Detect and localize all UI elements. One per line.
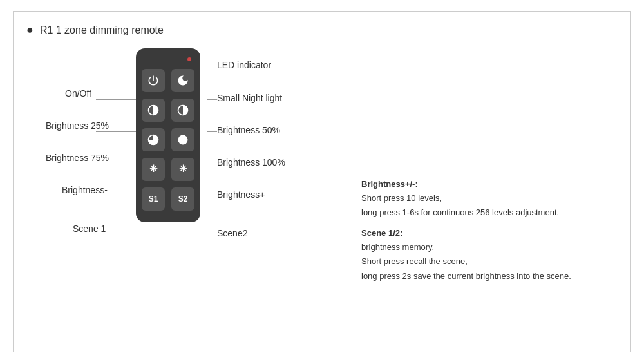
label-onoff: On/Off <box>65 88 91 99</box>
scene-line3: long press 2s save the current brightnes… <box>361 269 618 283</box>
label-night: Small Night light <box>217 93 282 103</box>
line-b75 <box>96 164 136 164</box>
btn-scene1-label: S1 <box>149 195 158 204</box>
scene-title: Scene 1/2: <box>361 226 618 240</box>
outer-box: ● R1 1 zone dimming remote <box>13 11 631 352</box>
page-title: ● R1 1 zone dimming remote <box>26 23 618 37</box>
btn-scene1[interactable]: S1 <box>142 187 165 211</box>
brightness-title: Brightness+/-: <box>361 177 618 191</box>
btn-brightness-75[interactable] <box>142 128 165 151</box>
label-scene2: Scene2 <box>217 228 247 238</box>
content-area: ✳ ✳ S1 S2 <box>26 48 618 333</box>
row-scene: S1 S2 <box>142 187 194 211</box>
row-onoff <box>142 69 194 92</box>
label-brightness-minus-text: Brightness- <box>62 185 108 195</box>
line-scene1 <box>96 235 136 235</box>
label-brightness-25: Brightness 25% <box>46 120 109 131</box>
label-scene2-text: Scene2 <box>217 228 247 238</box>
label-b50-text: Brightness 50% <box>217 125 280 135</box>
label-led-text: LED indicator <box>217 60 271 70</box>
brightness-line1: Short press 10 levels, <box>361 191 618 206</box>
btn-brightness-100[interactable] <box>171 128 194 151</box>
label-b50: Brightness 50% <box>217 125 280 135</box>
title-text: R1 1 zone dimming remote <box>40 24 164 36</box>
svg-text:✳: ✳ <box>149 163 158 174</box>
row-brightness-75-100 <box>142 128 194 151</box>
btn-scene2-label: S2 <box>178 195 188 204</box>
line-night <box>207 99 217 100</box>
scene-line2: Short press recall the scene, <box>361 254 618 269</box>
remote-body: ✳ ✳ S1 S2 <box>136 48 200 222</box>
btn-brightness-plus[interactable]: ✳ <box>171 158 194 181</box>
btn-onoff[interactable] <box>142 69 165 92</box>
label-brightness-75-text: Brightness 75% <box>46 153 109 163</box>
label-scene1: Scene 1 <box>73 224 106 234</box>
label-night-text: Small Night light <box>217 93 282 103</box>
line-bplus <box>207 196 217 196</box>
label-brightness-75: Brightness 75% <box>46 153 109 163</box>
label-bplus-text: Brightness+ <box>217 189 265 200</box>
line-b50 <box>207 131 217 132</box>
bullet-icon: ● <box>26 23 33 37</box>
line-b25 <box>96 131 136 132</box>
scene-title-text: Scene 1/2: <box>361 228 402 238</box>
label-brightness-minus: Brightness- <box>62 185 108 195</box>
svg-text:✳: ✳ <box>179 163 187 174</box>
label-bplus: Brightness+ <box>217 189 265 200</box>
btn-brightness-25[interactable] <box>142 99 165 122</box>
brightness-title-text: Brightness+/-: <box>361 179 418 189</box>
btn-brightness-minus[interactable]: ✳ <box>142 158 165 181</box>
info-panel: Brightness+/-: Short press 10 levels, lo… <box>361 177 618 283</box>
line-bminus <box>96 196 136 196</box>
label-b100-text: Brightness 100% <box>217 157 285 168</box>
label-onoff-text: On/Off <box>65 88 91 99</box>
led-dot <box>187 57 191 61</box>
line-scene2 <box>207 235 217 235</box>
line-led <box>207 66 217 66</box>
remote-area: ✳ ✳ S1 S2 <box>26 48 348 325</box>
btn-scene2[interactable]: S2 <box>171 187 194 211</box>
label-scene1-text: Scene 1 <box>73 224 106 234</box>
line-b100 <box>207 164 217 164</box>
brightness-line2: long press 1-6s for continuous 256 level… <box>361 206 618 220</box>
row-brightness-pm: ✳ ✳ <box>142 158 194 181</box>
row-brightness-25-50 <box>142 99 194 122</box>
line-onoff <box>96 99 136 100</box>
btn-night[interactable] <box>171 69 194 92</box>
scene-line1: brightness memory. <box>361 240 618 254</box>
btn-brightness-50[interactable] <box>171 99 194 122</box>
label-brightness-25-text: Brightness 25% <box>46 120 109 131</box>
svg-point-3 <box>178 135 188 145</box>
label-b100: Brightness 100% <box>217 157 285 168</box>
label-led: LED indicator <box>217 60 271 70</box>
